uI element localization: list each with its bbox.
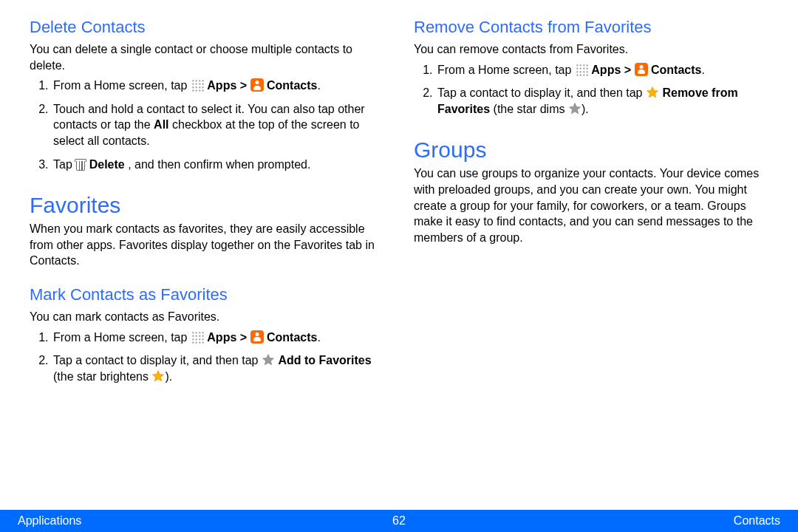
list-item: Tap a contact to display it, and then ta… (436, 85, 768, 117)
list-item: Tap Delete , and then confirm when promp… (52, 157, 384, 173)
svg-marker-3 (569, 103, 580, 113)
contacts-icon (250, 330, 264, 344)
heading-groups: Groups (414, 137, 768, 163)
list-item: From a Home screen, tap Apps > Contacts. (52, 330, 384, 346)
star-bright-icon (151, 369, 165, 383)
list-item: Tap a contact to display it, and then ta… (52, 352, 384, 384)
list-item: From a Home screen, tap Apps > Contacts. (52, 78, 384, 94)
star-dim-icon (568, 102, 582, 115)
list-item: From a Home screen, tap Apps > Contacts. (436, 62, 768, 78)
left-column: Delete Contacts You can delete a single … (30, 12, 384, 510)
delete-intro: You can delete a single contact or choos… (30, 41, 384, 73)
footer-left: Applications (18, 514, 81, 528)
trash-icon (75, 159, 86, 171)
svg-marker-2 (647, 87, 658, 98)
list-item: Touch and hold a contact to select it. Y… (52, 101, 384, 149)
star-icon (646, 86, 659, 99)
remove-steps: From a Home screen, tap Apps > Contacts.… (414, 62, 768, 117)
delete-steps: From a Home screen, tap Apps > Contacts.… (30, 78, 384, 172)
heading-remove-favorites: Remove Contacts from Favorites (414, 18, 768, 37)
favorites-intro: When you mark contacts as favorites, the… (30, 221, 384, 269)
footer-right: Contacts (734, 514, 780, 528)
footer-bar: Applications 62 Contacts (0, 510, 798, 532)
footer-page-number: 62 (392, 514, 406, 528)
svg-marker-1 (153, 370, 164, 381)
groups-intro: You can use groups to organize your cont… (414, 166, 768, 245)
heading-mark-favorites: Mark Contacts as Favorites (30, 285, 384, 304)
remove-intro: You can remove contacts from Favorites. (414, 41, 768, 58)
heading-favorites: Favorites (30, 193, 384, 218)
right-column: Remove Contacts from Favorites You can r… (414, 12, 768, 510)
svg-marker-0 (262, 355, 273, 365)
mark-steps: From a Home screen, tap Apps > Contacts.… (30, 330, 384, 385)
mark-intro: You can mark contacts as Favorites. (30, 309, 384, 325)
apps-icon (191, 78, 204, 92)
contacts-icon (635, 63, 648, 76)
apps-icon (191, 330, 204, 344)
heading-delete-contacts: Delete Contacts (30, 18, 384, 37)
star-icon (262, 353, 275, 366)
apps-icon (575, 63, 588, 76)
contacts-icon (250, 78, 264, 92)
